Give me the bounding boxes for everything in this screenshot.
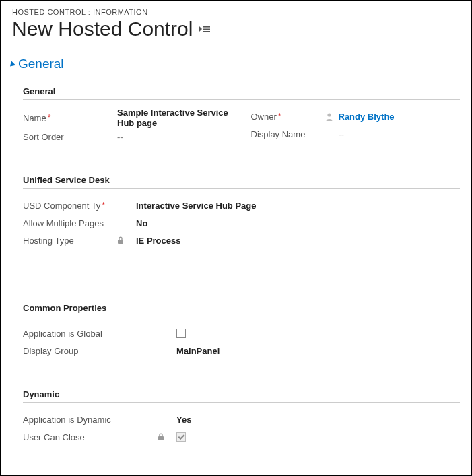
field-value-usd-component: Interactive Service Hub Page	[136, 201, 460, 211]
field-label-allow-multiple: Allow Multiple Pages	[23, 218, 117, 228]
subsection-title-common: Common Properties	[23, 303, 460, 316]
field-label-hosting-type: Hosting Type	[23, 236, 117, 246]
checkbox-user-can-close	[176, 432, 186, 442]
svg-rect-5	[158, 436, 164, 440]
lock-icon	[158, 433, 164, 441]
section-tab-label: General	[18, 57, 64, 71]
page-title: New Hosted Control	[12, 18, 193, 40]
subsection-dynamic: Dynamic Application is Dynamic Yes User …	[23, 389, 460, 446]
field-name[interactable]: Name* Sample Interactive Service Hub pag…	[23, 108, 232, 128]
checkbox-app-global[interactable]	[176, 329, 186, 338]
subsection-title-general: General	[23, 86, 460, 100]
caret-down-icon	[8, 61, 15, 68]
subsection-title-usd: Unified Service Desk	[23, 175, 460, 189]
field-label-display-group: Display Group	[23, 346, 158, 356]
field-owner[interactable]: Owner* Randy Blythe	[251, 108, 461, 125]
field-label-user-can-close: User Can Close	[23, 432, 158, 442]
field-value-owner[interactable]: Randy Blythe	[339, 112, 395, 122]
section-tab-general[interactable]: General	[9, 57, 460, 71]
subsection-title-dynamic: Dynamic	[23, 389, 460, 403]
field-label-name: Name*	[23, 113, 117, 123]
breadcrumb: HOSTED CONTROL : INFORMATION	[12, 8, 460, 16]
user-icon	[325, 112, 333, 121]
field-value-sort-order: --	[117, 132, 232, 142]
title-row: New Hosted Control	[12, 18, 460, 40]
subsection-general: General Name* Sample Interactive Service…	[23, 86, 460, 145]
svg-point-3	[327, 113, 331, 116]
field-display-group[interactable]: Display Group MainPanel	[23, 342, 460, 360]
field-sort-order[interactable]: Sort Order --	[23, 128, 232, 145]
subsection-usd: Unified Service Desk USD Component Ty* I…	[23, 175, 460, 249]
lock-icon	[117, 236, 124, 244]
field-allow-multiple[interactable]: Allow Multiple Pages No	[23, 214, 460, 232]
field-value-app-dynamic: Yes	[176, 415, 460, 425]
field-hosting-type: Hosting Type IE Process	[23, 232, 460, 249]
field-label-usd-component: USD Component Ty*	[23, 201, 117, 211]
field-value-display-group: MainPanel	[176, 346, 460, 356]
field-label-owner: Owner*	[251, 112, 325, 122]
field-display-name[interactable]: Display Name --	[251, 125, 461, 143]
subsection-common: Common Properties Application is Global …	[23, 303, 460, 360]
field-user-can-close: User Can Close	[23, 428, 460, 446]
svg-rect-4	[118, 240, 123, 244]
field-value-display-name: --	[339, 129, 461, 139]
field-label-display-name: Display Name	[251, 129, 325, 139]
field-app-global[interactable]: Application is Global	[23, 325, 460, 342]
svg-rect-1	[203, 29, 210, 30]
field-app-dynamic[interactable]: Application is Dynamic Yes	[23, 411, 460, 428]
field-label-sort-order: Sort Order	[23, 132, 117, 142]
field-value-allow-multiple: No	[136, 218, 460, 228]
field-label-app-dynamic: Application is Dynamic	[23, 415, 158, 425]
form-selector-icon[interactable]	[199, 24, 210, 34]
svg-rect-0	[203, 26, 210, 28]
field-usd-component[interactable]: USD Component Ty* Interactive Service Hu…	[23, 197, 460, 214]
field-value-name: Sample Interactive Service Hub page	[117, 108, 232, 128]
svg-rect-2	[203, 31, 210, 32]
field-label-app-global: Application is Global	[23, 329, 158, 339]
field-value-hosting-type: IE Process	[136, 236, 460, 246]
